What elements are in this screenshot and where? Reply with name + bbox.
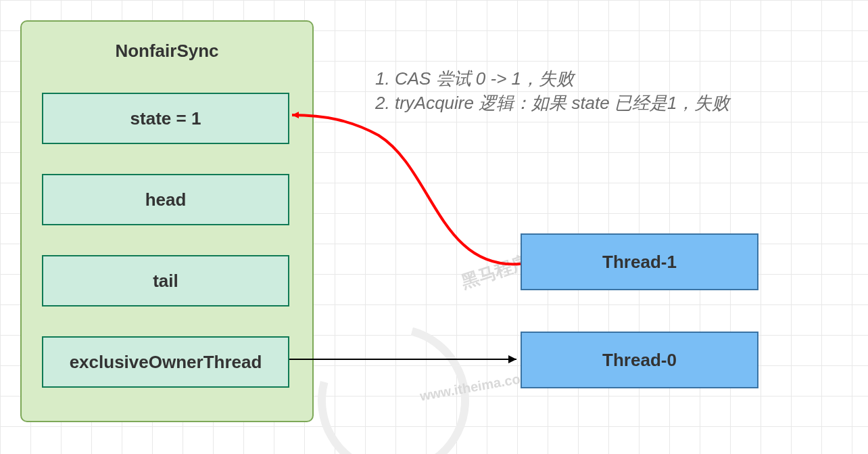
diagram-canvas: 黑马程序员 www.itheima.com NonfairSync state …: [0, 0, 868, 454]
annotation-line-2: 2. tryAcquire 逻辑：如果 state 已经是1，失败: [375, 91, 729, 115]
thread-1-box: Thread-1: [521, 233, 758, 290]
tail-field: tail: [42, 255, 289, 307]
exclusive-owner-field: exclusiveOwnerThread: [42, 336, 289, 388]
watermark-text-2: www.itheima.com: [418, 369, 533, 405]
thread-0-box: Thread-0: [521, 332, 758, 388]
nonfairsync-title: NonfairSync: [22, 41, 312, 62]
nonfairsync-box: NonfairSync state = 1 head tail exclusiv…: [20, 20, 314, 422]
arrow-thread1-to-state: [292, 115, 521, 264]
state-field: state = 1: [42, 93, 289, 144]
annotation-line-1: 1. CAS 尝试 0 -> 1，失败: [375, 66, 729, 91]
watermark-circle: [290, 297, 497, 454]
annotation-text: 1. CAS 尝试 0 -> 1，失败 2. tryAcquire 逻辑：如果 …: [375, 66, 729, 116]
head-field: head: [42, 174, 289, 225]
